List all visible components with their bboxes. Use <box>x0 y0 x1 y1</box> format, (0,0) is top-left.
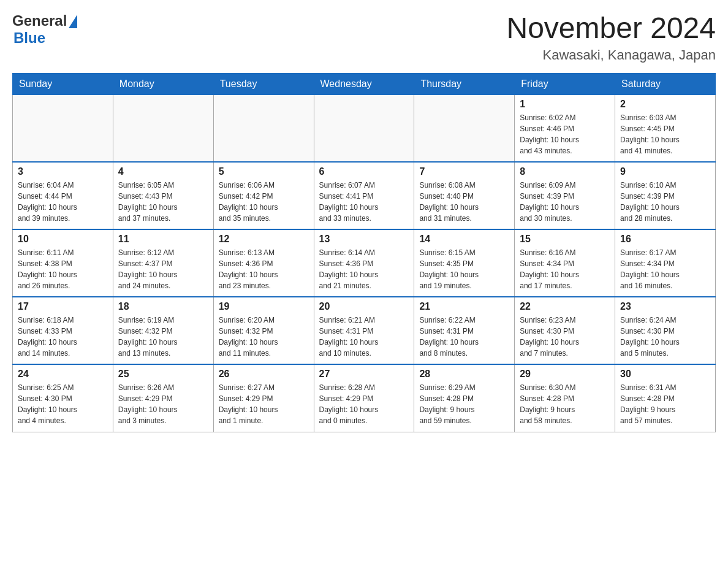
day-info: Sunrise: 6:26 AM Sunset: 4:29 PM Dayligh… <box>118 382 208 426</box>
day-number: 29 <box>520 369 610 380</box>
calendar-cell: 6Sunrise: 6:07 AM Sunset: 4:41 PM Daylig… <box>314 162 414 229</box>
calendar-cell <box>213 94 314 162</box>
day-number: 18 <box>118 301 208 312</box>
day-number: 3 <box>18 166 108 177</box>
day-info: Sunrise: 6:04 AM Sunset: 4:44 PM Dayligh… <box>18 180 108 224</box>
day-number: 22 <box>520 301 610 312</box>
day-number: 10 <box>18 234 108 245</box>
day-info: Sunrise: 6:18 AM Sunset: 4:33 PM Dayligh… <box>18 315 108 359</box>
day-info: Sunrise: 6:05 AM Sunset: 4:43 PM Dayligh… <box>118 180 208 224</box>
calendar-cell: 15Sunrise: 6:16 AM Sunset: 4:34 PM Dayli… <box>515 229 615 297</box>
calendar-cell: 16Sunrise: 6:17 AM Sunset: 4:34 PM Dayli… <box>615 229 716 297</box>
day-info: Sunrise: 6:22 AM Sunset: 4:31 PM Dayligh… <box>419 315 509 359</box>
calendar-week-row: 17Sunrise: 6:18 AM Sunset: 4:33 PM Dayli… <box>13 297 716 364</box>
calendar-cell <box>314 94 414 162</box>
calendar-cell: 29Sunrise: 6:30 AM Sunset: 4:28 PM Dayli… <box>515 364 615 432</box>
day-info: Sunrise: 6:19 AM Sunset: 4:32 PM Dayligh… <box>118 315 208 359</box>
day-info: Sunrise: 6:21 AM Sunset: 4:31 PM Dayligh… <box>319 315 409 359</box>
calendar-week-row: 1Sunrise: 6:02 AM Sunset: 4:46 PM Daylig… <box>13 94 716 162</box>
day-number: 11 <box>118 234 208 245</box>
day-info: Sunrise: 6:08 AM Sunset: 4:40 PM Dayligh… <box>419 180 509 224</box>
day-number: 1 <box>520 99 610 110</box>
day-info: Sunrise: 6:14 AM Sunset: 4:36 PM Dayligh… <box>319 247 409 291</box>
day-info: Sunrise: 6:23 AM Sunset: 4:30 PM Dayligh… <box>520 315 610 359</box>
day-info: Sunrise: 6:31 AM Sunset: 4:28 PM Dayligh… <box>620 382 710 426</box>
calendar-cell: 8Sunrise: 6:09 AM Sunset: 4:39 PM Daylig… <box>515 162 615 229</box>
day-number: 14 <box>419 234 509 245</box>
calendar-cell: 27Sunrise: 6:28 AM Sunset: 4:29 PM Dayli… <box>314 364 414 432</box>
day-number: 30 <box>620 369 710 380</box>
calendar-cell: 4Sunrise: 6:05 AM Sunset: 4:43 PM Daylig… <box>113 162 213 229</box>
day-number: 26 <box>219 369 309 380</box>
calendar-cell: 17Sunrise: 6:18 AM Sunset: 4:33 PM Dayli… <box>13 297 113 364</box>
day-number: 2 <box>620 99 710 110</box>
day-info: Sunrise: 6:30 AM Sunset: 4:28 PM Dayligh… <box>520 382 610 426</box>
calendar-cell: 25Sunrise: 6:26 AM Sunset: 4:29 PM Dayli… <box>113 364 213 432</box>
day-info: Sunrise: 6:10 AM Sunset: 4:39 PM Dayligh… <box>620 180 710 224</box>
day-number: 12 <box>219 234 309 245</box>
day-number: 6 <box>319 166 409 177</box>
calendar-header-row: SundayMondayTuesdayWednesdayThursdayFrid… <box>13 73 716 94</box>
calendar-day-header: Wednesday <box>314 73 414 94</box>
calendar-day-header: Monday <box>113 73 213 94</box>
day-number: 19 <box>219 301 309 312</box>
day-info: Sunrise: 6:16 AM Sunset: 4:34 PM Dayligh… <box>520 247 610 291</box>
calendar-week-row: 3Sunrise: 6:04 AM Sunset: 4:44 PM Daylig… <box>13 162 716 229</box>
day-number: 7 <box>419 166 509 177</box>
day-info: Sunrise: 6:28 AM Sunset: 4:29 PM Dayligh… <box>319 382 409 426</box>
day-info: Sunrise: 6:07 AM Sunset: 4:41 PM Dayligh… <box>319 180 409 224</box>
calendar-day-header: Thursday <box>414 73 515 94</box>
day-number: 20 <box>319 301 409 312</box>
calendar-cell <box>13 94 113 162</box>
day-info: Sunrise: 6:12 AM Sunset: 4:37 PM Dayligh… <box>118 247 208 291</box>
day-info: Sunrise: 6:02 AM Sunset: 4:46 PM Dayligh… <box>520 112 610 156</box>
day-info: Sunrise: 6:29 AM Sunset: 4:28 PM Dayligh… <box>419 382 509 426</box>
day-info: Sunrise: 6:15 AM Sunset: 4:35 PM Dayligh… <box>419 247 509 291</box>
calendar-day-header: Sunday <box>13 73 113 94</box>
calendar-day-header: Tuesday <box>213 73 314 94</box>
calendar-cell: 23Sunrise: 6:24 AM Sunset: 4:30 PM Dayli… <box>615 297 716 364</box>
day-info: Sunrise: 6:27 AM Sunset: 4:29 PM Dayligh… <box>219 382 309 426</box>
calendar-cell: 7Sunrise: 6:08 AM Sunset: 4:40 PM Daylig… <box>414 162 515 229</box>
day-number: 13 <box>319 234 409 245</box>
calendar-week-row: 10Sunrise: 6:11 AM Sunset: 4:38 PM Dayli… <box>13 229 716 297</box>
calendar-cell: 12Sunrise: 6:13 AM Sunset: 4:36 PM Dayli… <box>213 229 314 297</box>
day-info: Sunrise: 6:24 AM Sunset: 4:30 PM Dayligh… <box>620 315 710 359</box>
day-info: Sunrise: 6:11 AM Sunset: 4:38 PM Dayligh… <box>18 247 108 291</box>
day-number: 16 <box>620 234 710 245</box>
logo-general-text: General <box>12 12 67 29</box>
day-info: Sunrise: 6:09 AM Sunset: 4:39 PM Dayligh… <box>520 180 610 224</box>
page-header: General Blue November 2024 Kawasaki, Kan… <box>12 12 716 63</box>
day-info: Sunrise: 6:13 AM Sunset: 4:36 PM Dayligh… <box>219 247 309 291</box>
calendar-cell: 21Sunrise: 6:22 AM Sunset: 4:31 PM Dayli… <box>414 297 515 364</box>
calendar-cell: 13Sunrise: 6:14 AM Sunset: 4:36 PM Dayli… <box>314 229 414 297</box>
calendar-cell: 14Sunrise: 6:15 AM Sunset: 4:35 PM Dayli… <box>414 229 515 297</box>
calendar-cell <box>414 94 515 162</box>
day-number: 17 <box>18 301 108 312</box>
logo-triangle-icon <box>69 15 77 28</box>
day-number: 9 <box>620 166 710 177</box>
calendar-cell: 19Sunrise: 6:20 AM Sunset: 4:32 PM Dayli… <box>213 297 314 364</box>
day-number: 24 <box>18 369 108 380</box>
calendar-cell: 3Sunrise: 6:04 AM Sunset: 4:44 PM Daylig… <box>13 162 113 229</box>
day-number: 28 <box>419 369 509 380</box>
day-number: 23 <box>620 301 710 312</box>
day-number: 25 <box>118 369 208 380</box>
calendar-day-header: Friday <box>515 73 615 94</box>
day-number: 8 <box>520 166 610 177</box>
calendar-table: SundayMondayTuesdayWednesdayThursdayFrid… <box>12 73 716 432</box>
calendar-cell: 22Sunrise: 6:23 AM Sunset: 4:30 PM Dayli… <box>515 297 615 364</box>
calendar-cell: 10Sunrise: 6:11 AM Sunset: 4:38 PM Dayli… <box>13 229 113 297</box>
logo: General Blue <box>12 12 77 47</box>
calendar-week-row: 24Sunrise: 6:25 AM Sunset: 4:30 PM Dayli… <box>13 364 716 432</box>
calendar-cell: 5Sunrise: 6:06 AM Sunset: 4:42 PM Daylig… <box>213 162 314 229</box>
calendar-cell: 11Sunrise: 6:12 AM Sunset: 4:37 PM Dayli… <box>113 229 213 297</box>
calendar-cell: 30Sunrise: 6:31 AM Sunset: 4:28 PM Dayli… <box>615 364 716 432</box>
day-info: Sunrise: 6:25 AM Sunset: 4:30 PM Dayligh… <box>18 382 108 426</box>
logo-blue-text: Blue <box>13 29 45 46</box>
day-number: 15 <box>520 234 610 245</box>
calendar-cell: 18Sunrise: 6:19 AM Sunset: 4:32 PM Dayli… <box>113 297 213 364</box>
day-number: 21 <box>419 301 509 312</box>
day-number: 5 <box>219 166 309 177</box>
calendar-cell: 28Sunrise: 6:29 AM Sunset: 4:28 PM Dayli… <box>414 364 515 432</box>
